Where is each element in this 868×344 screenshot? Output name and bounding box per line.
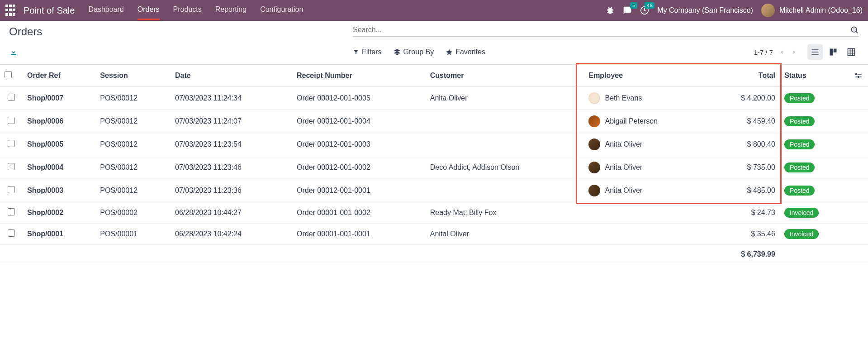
- svg-point-3: [855, 74, 857, 75]
- cell-total: $ 459.40: [710, 110, 780, 133]
- groupby-button[interactable]: Group By: [394, 48, 434, 56]
- cell-date: 06/28/2023 10:42:24: [171, 224, 292, 245]
- view-kanban-icon[interactable]: [825, 44, 841, 60]
- cell-date: 07/03/2023 11:23:46: [171, 156, 292, 179]
- pager-prev-icon[interactable]: [779, 48, 785, 56]
- col-session[interactable]: Session: [95, 65, 171, 87]
- layers-icon: [394, 48, 401, 56]
- nav-reporting[interactable]: Reporting: [215, 5, 247, 15]
- star-icon: [446, 48, 453, 56]
- cell-total: $ 800.40: [710, 133, 780, 156]
- row-checkbox[interactable]: [8, 163, 15, 170]
- nav-menu: Dashboard Orders Products Reporting Conf…: [88, 5, 303, 15]
- search-icon[interactable]: [850, 25, 859, 34]
- employee-avatar: [588, 139, 600, 150]
- activities-icon[interactable]: 46: [640, 6, 649, 15]
- cell-receipt: Order 00012-001-0003: [292, 133, 426, 156]
- user-menu[interactable]: Mitchell Admin (Odoo_16): [761, 4, 863, 17]
- cell-session: POS/00002: [95, 202, 171, 224]
- table-row[interactable]: Shop/0007 POS/00012 07/03/2023 11:24:34 …: [0, 87, 868, 110]
- groupby-label: Group By: [403, 48, 434, 56]
- col-customer[interactable]: Customer: [426, 65, 584, 87]
- select-all-checkbox[interactable]: [5, 71, 12, 78]
- cell-status: Invoiced: [780, 202, 850, 224]
- cell-receipt: Order 00001-001-0002: [292, 202, 426, 224]
- cell-receipt: Order 00012-001-0002: [292, 156, 426, 179]
- apps-icon[interactable]: [5, 5, 17, 16]
- cell-customer: [426, 179, 584, 202]
- cell-total: $ 24.73: [710, 202, 780, 224]
- employee-avatar: [588, 115, 600, 127]
- view-list-icon[interactable]: [807, 44, 823, 60]
- cell-date: 07/03/2023 11:24:34: [171, 87, 292, 110]
- search-bar[interactable]: [353, 25, 859, 37]
- filters-label: Filters: [362, 48, 382, 56]
- cell-status: Posted: [780, 133, 850, 156]
- cell-session: POS/00012: [95, 156, 171, 179]
- cell-total: $ 4,200.00: [710, 87, 780, 110]
- row-checkbox[interactable]: [8, 208, 15, 215]
- favorites-button[interactable]: Favorites: [446, 48, 485, 56]
- employee-avatar: [588, 185, 600, 196]
- svg-point-4: [858, 76, 859, 78]
- col-ref[interactable]: Order Ref: [23, 65, 95, 87]
- nav-orders[interactable]: Orders: [138, 5, 160, 15]
- cell-receipt: Order 00012-001-0001: [292, 179, 426, 202]
- cell-employee: Abigail Peterson: [584, 110, 710, 133]
- nav-products[interactable]: Products: [173, 5, 202, 15]
- employee-avatar: [588, 92, 600, 104]
- cell-ref: Shop/0005: [23, 133, 95, 156]
- control-panel: Orders Filters Group By Favori: [0, 21, 868, 64]
- messages-badge: 5: [630, 2, 637, 9]
- pager-text[interactable]: 1-7 / 7: [754, 48, 773, 56]
- cell-employee: Anita Oliver: [584, 156, 710, 179]
- cell-total: $ 35.46: [710, 224, 780, 245]
- cell-customer: Ready Mat, Billy Fox: [426, 202, 584, 224]
- cell-total: $ 735.00: [710, 156, 780, 179]
- table-row[interactable]: Shop/0001 POS/00001 06/28/2023 10:42:24 …: [0, 224, 868, 245]
- search-input[interactable]: [353, 26, 846, 34]
- row-checkbox[interactable]: [8, 140, 15, 147]
- cell-ref: Shop/0003: [23, 179, 95, 202]
- cell-total: $ 485.00: [710, 179, 780, 202]
- table-row[interactable]: Shop/0002 POS/00002 06/28/2023 10:44:27 …: [0, 202, 868, 224]
- app-brand[interactable]: Point of Sale: [24, 5, 75, 16]
- cell-ref: Shop/0007: [23, 87, 95, 110]
- cell-session: POS/00012: [95, 110, 171, 133]
- pager-next-icon[interactable]: [791, 48, 797, 56]
- company-selector[interactable]: My Company (San Francisco): [657, 6, 753, 14]
- table-row[interactable]: Shop/0005 POS/00012 07/03/2023 11:23:54 …: [0, 133, 868, 156]
- col-employee[interactable]: Employee: [584, 65, 710, 87]
- cell-receipt: Order 00012-001-0005: [292, 87, 426, 110]
- filters-button[interactable]: Filters: [353, 48, 382, 56]
- table-row[interactable]: Shop/0003 POS/00012 07/03/2023 11:23:36 …: [0, 179, 868, 202]
- cell-customer: Anita Oliver: [426, 87, 584, 110]
- col-status[interactable]: Status: [780, 65, 850, 87]
- row-checkbox[interactable]: [8, 229, 15, 237]
- table-row[interactable]: Shop/0006 POS/00012 07/03/2023 11:24:07 …: [0, 110, 868, 133]
- employee-avatar: [588, 162, 600, 173]
- cell-date: 07/03/2023 11:24:07: [171, 110, 292, 133]
- row-checkbox[interactable]: [8, 117, 15, 124]
- cell-date: 07/03/2023 11:23:54: [171, 133, 292, 156]
- activities-badge: 46: [645, 2, 655, 9]
- nav-dashboard[interactable]: Dashboard: [88, 5, 123, 15]
- cell-ref: Shop/0002: [23, 202, 95, 224]
- col-total[interactable]: Total: [710, 65, 780, 87]
- col-date[interactable]: Date: [171, 65, 292, 87]
- cell-customer: Anital Oliver: [426, 224, 584, 245]
- messages-icon[interactable]: 5: [623, 6, 632, 15]
- row-checkbox[interactable]: [8, 186, 15, 193]
- export-button[interactable]: [9, 48, 353, 57]
- view-pivot-icon[interactable]: [844, 44, 859, 60]
- col-receipt[interactable]: Receipt Number: [292, 65, 426, 87]
- cell-ref: Shop/0006: [23, 110, 95, 133]
- table-row[interactable]: Shop/0004 POS/00012 07/03/2023 11:23:46 …: [0, 156, 868, 179]
- row-checkbox[interactable]: [8, 94, 15, 101]
- footer-total: $ 6,739.99: [710, 245, 780, 264]
- nav-configuration[interactable]: Configuration: [260, 5, 303, 15]
- optional-fields-icon[interactable]: [854, 72, 863, 80]
- debug-icon[interactable]: [606, 6, 615, 15]
- cell-status: Invoiced: [780, 224, 850, 245]
- cell-date: 07/03/2023 11:23:36: [171, 179, 292, 202]
